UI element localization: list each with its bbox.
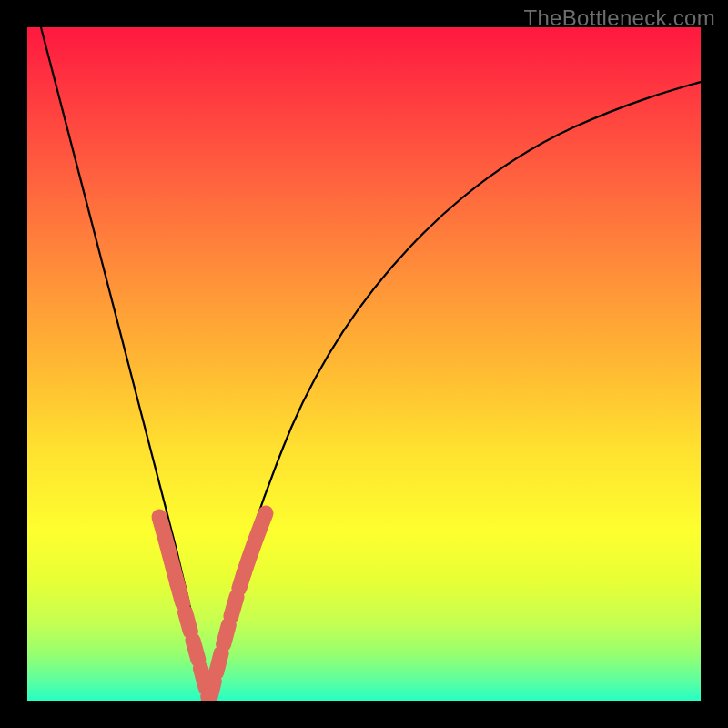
- curve-layer: [27, 27, 701, 701]
- bead-overlay-right: [209, 573, 244, 701]
- watermark-text: TheBottleneck.com: [523, 5, 715, 31]
- plot-area: [27, 27, 701, 701]
- bead-overlay-right-cap: [244, 513, 266, 573]
- chart-frame: TheBottleneck.com: [0, 0, 728, 728]
- bead-overlay-left-cap: [159, 517, 177, 584]
- right-curve: [209, 82, 701, 701]
- bead-overlay-left: [177, 584, 209, 701]
